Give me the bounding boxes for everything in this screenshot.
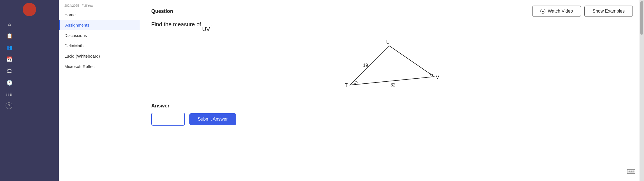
top-bar-right: ▶ Watch Video Show Examples [532, 6, 633, 17]
triangle-diagram: U T V 19 32 [151, 37, 633, 93]
show-examples-label: Show Examples [592, 9, 625, 14]
side-TV-label: 32 [390, 83, 396, 87]
nav-assignments-label: Assignments [65, 23, 89, 27]
sidebar-item-home[interactable]: ⌂ [3, 18, 56, 30]
sidebar-item-assignments[interactable]: 📋 [3, 30, 56, 41]
sidebar-item-calendar[interactable]: 📅 [3, 54, 56, 65]
sidebar-item-help[interactable]: ? [3, 101, 56, 111]
sidebar-icon-list: ⌂ 📋 👥 📅 🖼 🕐 ⠿⠿ ? [0, 18, 59, 111]
sidebar-item-clock[interactable]: 🕐 [3, 77, 56, 88]
scrollbar-thumb [640, 1, 643, 35]
vertex-V: V [436, 75, 439, 80]
watch-video-button[interactable]: ▶ Watch Video [532, 6, 581, 17]
sidebar-item-discussions[interactable]: 👥 [3, 42, 56, 53]
sidebar-item-grid[interactable]: ⠿⠿ [3, 89, 56, 100]
nav-item-assignments[interactable]: Assignments [59, 20, 140, 30]
variable-text: UV [202, 26, 210, 32]
grid-icon: ⠿⠿ [6, 91, 13, 98]
question-prefix: Find the measure of [151, 21, 201, 28]
nav-lucid-label: Lucid (Whiteboard) [64, 54, 100, 58]
avatar [23, 3, 36, 16]
nav-item-discussions[interactable]: Discussions [59, 30, 140, 41]
question-text: Find the measure of UV . [151, 21, 633, 32]
submit-label: Submit Answer [198, 117, 228, 121]
question-label: Question [151, 8, 173, 14]
nav-item-home[interactable]: Home [59, 10, 140, 20]
discussions-icon: 👥 [6, 44, 13, 51]
angle-mark-2 [355, 81, 358, 83]
question-period: . [211, 21, 213, 28]
keyboard-icon[interactable]: ⌨ [627, 168, 636, 175]
vertex-U: U [386, 39, 389, 45]
scrollbar[interactable] [640, 0, 644, 181]
answer-label: Answer [151, 103, 633, 109]
sidebar: ⌂ 📋 👥 📅 🖼 🕐 ⠿⠿ ? [0, 0, 59, 181]
answer-row: Submit Answer [151, 113, 633, 126]
main-wrapper: 2024/2025 - Full Year Home Assignments D… [59, 0, 644, 181]
home-icon: ⌂ [6, 20, 13, 28]
overline-variable: UV [202, 26, 210, 32]
calendar-icon: 📅 [6, 55, 13, 63]
answer-input[interactable] [151, 113, 185, 126]
triangle-svg: U T V 19 32 [333, 37, 451, 93]
content-area: Question ▶ Watch Video Show Examples Fin… [140, 0, 644, 181]
nav-reflect-label: Microsoft Reflect [64, 64, 96, 69]
nav-discussions-label: Discussions [64, 33, 87, 38]
sidebar-item-whiteboard[interactable]: 🖼 [3, 65, 56, 77]
top-bar: Question ▶ Watch Video Show Examples [151, 6, 633, 17]
nav-panel: 2024/2025 - Full Year Home Assignments D… [59, 0, 140, 181]
nav-deltamath-label: DeltaMath [64, 43, 83, 48]
nav-item-deltamath[interactable]: DeltaMath [59, 41, 140, 51]
triangle-shape [350, 46, 434, 85]
vertex-T: T [345, 83, 347, 88]
show-examples-button[interactable]: Show Examples [584, 6, 633, 17]
help-icon: ? [6, 102, 12, 109]
app-container: ⌂ 📋 👥 📅 🖼 🕐 ⠿⠿ ? [0, 0, 644, 181]
whiteboard-icon: 🖼 [6, 67, 13, 75]
nav-item-microsoft-reflect[interactable]: Microsoft Reflect [59, 61, 140, 72]
side-TU-label: 19 [363, 63, 368, 68]
answer-section: Answer Submit Answer [151, 103, 633, 126]
nav-item-lucid[interactable]: Lucid (Whiteboard) [59, 51, 140, 61]
nav-home-label: Home [64, 12, 76, 17]
watch-video-label: Watch Video [548, 9, 573, 14]
play-icon: ▶ [540, 9, 545, 14]
year-label: 2024/2025 - Full Year [59, 3, 140, 10]
top-bar-left: Question [151, 8, 173, 14]
clock-icon: 🕐 [6, 79, 13, 87]
assignments-icon: 📋 [6, 32, 13, 40]
submit-answer-button[interactable]: Submit Answer [189, 113, 236, 125]
angle-mark-1 [354, 83, 357, 84]
